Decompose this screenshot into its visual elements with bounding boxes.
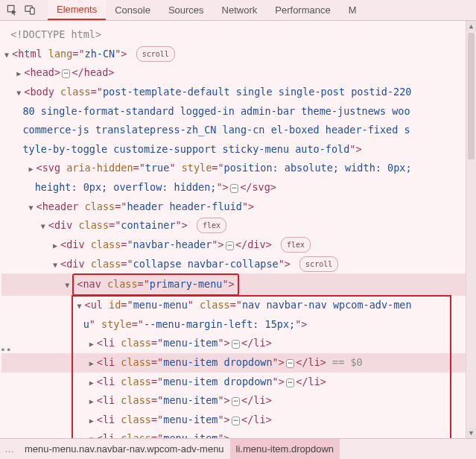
tab-more[interactable]: M [340, 0, 366, 20]
vertical-scrollbar[interactable]: ▲ ▼ [466, 21, 476, 438]
body-open-1[interactable]: <body class="post-template-default singl… [1, 83, 473, 102]
expand-arrow[interactable] [53, 255, 60, 274]
ellipsis-icon[interactable]: ⋯ [286, 359, 294, 368]
expand-arrow[interactable] [89, 373, 97, 392]
ellipsis-icon[interactable]: ⋯ [286, 379, 294, 387]
body-open-2[interactable]: 80 single-format-standard logged-in admi… [1, 102, 473, 121]
svg-rect-2 [30, 8, 34, 14]
expand-arrow[interactable] [77, 296, 85, 315]
body-open-3[interactable]: commerce-js translatepress-zh_CN lang-cn… [1, 121, 473, 140]
highlight-box-nav: <nav class="primary-menu"> [72, 273, 238, 296]
expand-arrow[interactable] [89, 411, 97, 430]
navbar-collapse-open[interactable]: <div class="collapse navbar-collapse"> s… [1, 255, 473, 274]
expand-arrow[interactable] [16, 63, 24, 83]
scroll-up-icon[interactable]: ▲ [466, 21, 476, 31]
expand-arrow[interactable] [89, 429, 97, 438]
inspect-icon[interactable] [5, 4, 19, 17]
eq-dollar0: == $0 [326, 356, 363, 368]
nav-open[interactable]: <nav class="primary-menu"> [1, 273, 473, 296]
breadcrumb-item-selected[interactable]: li.menu-item.dropdown [230, 439, 340, 459]
expand-arrow[interactable] [65, 275, 72, 294]
tab-sources[interactable]: Sources [159, 0, 213, 20]
li-5[interactable]: <li class="menu-item">⋯</li> [1, 411, 473, 430]
ellipsis-icon[interactable]: ⋯ [232, 417, 240, 425]
head-line[interactable]: <head>⋯</head> [1, 63, 473, 83]
expand-arrow[interactable] [89, 391, 97, 411]
li-2-selected[interactable]: <li class="menu-item dropdown">⋯</li> ==… [1, 353, 473, 373]
expand-arrow[interactable] [53, 235, 60, 255]
navbar-header-line[interactable]: <div class="navbar-header">⋯</div> flex [1, 235, 473, 255]
ul-open-2[interactable]: u" style="--menu-margin-left: 15px;"> [1, 315, 473, 335]
svg-line-1[interactable]: <svg aria-hidden="true" style="position:… [1, 159, 473, 178]
ul-open-1[interactable]: <ul id="menu-menu" class="nav navbar-nav… [1, 296, 473, 315]
breadcrumb-item[interactable]: menu-menu.nav.navbar-nav.wpcom-adv-menu [19, 439, 230, 459]
expand-arrow[interactable] [4, 45, 12, 64]
li-6-open[interactable]: <li class="menu-item"> [1, 429, 473, 438]
flex-badge[interactable]: flex [281, 237, 311, 253]
tab-elements[interactable]: Elements [48, 0, 106, 20]
tab-network[interactable]: Network [213, 0, 267, 20]
breadcrumb-bar: … menu-menu.nav.navbar-nav.wpcom-adv-men… [0, 438, 476, 459]
ellipsis-icon[interactable]: ⋯ [232, 340, 240, 349]
expand-arrow[interactable] [16, 83, 24, 102]
device-toggle-icon[interactable] [23, 4, 37, 17]
li-1[interactable]: <li class="menu-item">⋯</li> [1, 334, 473, 353]
li-3[interactable]: <li class="menu-item dropdown">⋯</li> [1, 373, 473, 392]
ellipsis-icon[interactable]: ⋯ [226, 241, 234, 250]
header-open[interactable]: <header class="header header-fluid"> [1, 197, 473, 217]
expand-arrow[interactable] [89, 353, 97, 373]
body-open-4[interactable]: tyle-by-toggle customize-support sticky-… [1, 140, 473, 159]
devtools-toolbar: Elements Console Sources Network Perform… [0, 0, 476, 21]
svg-line-2[interactable]: height: 0px; overflow: hidden;">⋯</svg> [1, 178, 473, 197]
panel-tabs: Elements Console Sources Network Perform… [48, 0, 366, 20]
ellipsis-icon[interactable]: ⋯ [232, 397, 240, 406]
flex-badge[interactable]: flex [197, 218, 226, 233]
dom-tree[interactable]: <!DOCTYPE html> <html lang="zh-CN"> scro… [0, 21, 476, 438]
scroll-thumb[interactable] [468, 33, 475, 159]
html-open[interactable]: <html lang="zh-CN"> scroll [1, 45, 473, 64]
scroll-down-icon[interactable]: ▼ [466, 428, 476, 438]
expand-arrow[interactable] [41, 216, 48, 235]
expand-arrow[interactable] [29, 159, 37, 178]
scroll-badge[interactable]: scroll [136, 46, 175, 62]
breadcrumb-overflow[interactable]: … [0, 443, 19, 455]
expand-arrow[interactable] [29, 197, 37, 217]
doctype-line[interactable]: <!DOCTYPE html> [1, 25, 473, 45]
scroll-badge[interactable]: scroll [299, 256, 338, 272]
li-4[interactable]: <li class="menu-item">⋯</li> [1, 391, 473, 411]
tab-performance[interactable]: Performance [266, 0, 339, 20]
tab-console[interactable]: Console [106, 0, 159, 20]
expand-arrow[interactable] [89, 334, 97, 353]
container-open[interactable]: <div class="container"> flex [1, 216, 473, 235]
ellipsis-icon[interactable]: ⋯ [230, 184, 238, 193]
ellipsis-icon[interactable]: ⋯ [62, 69, 70, 78]
